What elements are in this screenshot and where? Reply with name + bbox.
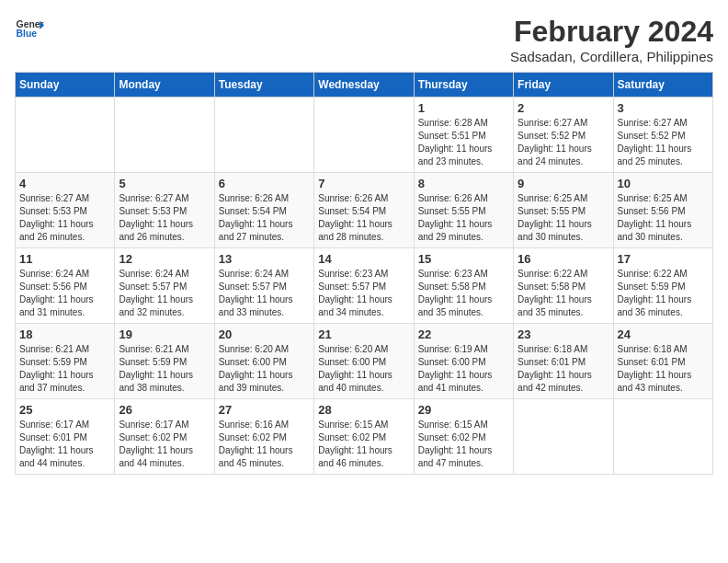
calendar-cell: 9Sunrise: 6:25 AMSunset: 5:55 PMDaylight…: [514, 173, 613, 248]
calendar-cell: 8Sunrise: 6:26 AMSunset: 5:55 PMDaylight…: [414, 173, 513, 248]
weekday-header-tuesday: Tuesday: [214, 73, 313, 98]
day-number: 11: [19, 252, 110, 266]
day-info: Sunrise: 6:27 AMSunset: 5:52 PMDaylight:…: [618, 117, 709, 168]
day-number: 24: [618, 327, 709, 341]
day-info: Sunrise: 6:17 AMSunset: 6:01 PMDaylight:…: [19, 419, 110, 470]
day-info: Sunrise: 6:16 AMSunset: 6:02 PMDaylight:…: [219, 419, 310, 470]
calendar-cell: 17Sunrise: 6:22 AMSunset: 5:59 PMDayligh…: [613, 248, 712, 324]
day-number: 21: [318, 327, 409, 341]
calendar-cell: 23Sunrise: 6:18 AMSunset: 6:01 PMDayligh…: [514, 324, 613, 399]
day-number: 4: [19, 177, 110, 190]
logo-icon: General Blue: [15, 15, 44, 44]
calendar-cell: 6Sunrise: 6:26 AMSunset: 5:54 PMDaylight…: [214, 173, 313, 248]
calendar-cell: 18Sunrise: 6:21 AMSunset: 5:59 PMDayligh…: [16, 324, 115, 399]
day-info: Sunrise: 6:26 AMSunset: 5:55 PMDaylight:…: [418, 192, 509, 244]
day-number: 14: [318, 252, 409, 266]
day-number: 15: [418, 252, 509, 266]
day-number: 5: [119, 177, 210, 190]
calendar-cell: 28Sunrise: 6:15 AMSunset: 6:02 PMDayligh…: [314, 399, 414, 475]
svg-text:Blue: Blue: [17, 29, 38, 39]
calendar-cell: 3Sunrise: 6:27 AMSunset: 5:52 PMDaylight…: [613, 98, 712, 173]
calendar-cell: 13Sunrise: 6:24 AMSunset: 5:57 PMDayligh…: [214, 248, 313, 324]
day-info: Sunrise: 6:22 AMSunset: 5:59 PMDaylight:…: [618, 268, 709, 319]
calendar-cell: 12Sunrise: 6:24 AMSunset: 5:57 PMDayligh…: [115, 248, 214, 324]
calendar-week-row: 25Sunrise: 6:17 AMSunset: 6:01 PMDayligh…: [16, 399, 713, 475]
day-number: 12: [119, 252, 210, 266]
day-info: Sunrise: 6:28 AMSunset: 5:51 PMDaylight:…: [418, 117, 509, 168]
calendar-cell: 27Sunrise: 6:16 AMSunset: 6:02 PMDayligh…: [214, 399, 313, 475]
calendar-week-row: 4Sunrise: 6:27 AMSunset: 5:53 PMDaylight…: [16, 173, 713, 248]
calendar-cell: [314, 98, 414, 173]
day-number: 10: [618, 177, 709, 190]
calendar-cell: 2Sunrise: 6:27 AMSunset: 5:52 PMDaylight…: [514, 98, 613, 173]
calendar-cell: 16Sunrise: 6:22 AMSunset: 5:58 PMDayligh…: [514, 248, 613, 324]
day-number: 3: [618, 101, 709, 115]
weekday-header-row: SundayMondayTuesdayWednesdayThursdayFrid…: [16, 73, 713, 98]
day-number: 29: [418, 403, 509, 417]
day-number: 1: [418, 101, 509, 115]
calendar-cell: 29Sunrise: 6:15 AMSunset: 6:02 PMDayligh…: [414, 399, 513, 475]
day-number: 17: [618, 252, 709, 266]
day-info: Sunrise: 6:27 AMSunset: 5:53 PMDaylight:…: [19, 192, 110, 244]
calendar-week-row: 1Sunrise: 6:28 AMSunset: 5:51 PMDaylight…: [16, 98, 713, 173]
calendar-cell: 26Sunrise: 6:17 AMSunset: 6:02 PMDayligh…: [115, 399, 214, 475]
day-info: Sunrise: 6:27 AMSunset: 5:52 PMDaylight:…: [518, 117, 609, 168]
calendar-cell: 20Sunrise: 6:20 AMSunset: 6:00 PMDayligh…: [214, 324, 313, 399]
day-info: Sunrise: 6:23 AMSunset: 5:58 PMDaylight:…: [418, 268, 509, 319]
calendar-cell: 25Sunrise: 6:17 AMSunset: 6:01 PMDayligh…: [16, 399, 115, 475]
day-number: 20: [219, 327, 310, 341]
day-number: 2: [518, 101, 609, 115]
calendar-cell: 21Sunrise: 6:20 AMSunset: 6:00 PMDayligh…: [314, 324, 414, 399]
weekday-header-thursday: Thursday: [414, 73, 513, 98]
calendar-cell: [214, 98, 313, 173]
weekday-header-sunday: Sunday: [16, 73, 115, 98]
calendar-week-row: 18Sunrise: 6:21 AMSunset: 5:59 PMDayligh…: [16, 324, 713, 399]
day-number: 16: [518, 252, 609, 266]
day-info: Sunrise: 6:26 AMSunset: 5:54 PMDaylight:…: [219, 192, 310, 244]
day-number: 25: [19, 403, 110, 417]
calendar-cell: [115, 98, 214, 173]
day-info: Sunrise: 6:19 AMSunset: 6:00 PMDaylight:…: [418, 343, 509, 395]
day-info: Sunrise: 6:18 AMSunset: 6:01 PMDaylight:…: [518, 343, 609, 395]
day-info: Sunrise: 6:17 AMSunset: 6:02 PMDaylight:…: [119, 419, 210, 470]
day-number: 22: [418, 327, 509, 341]
calendar-cell: 5Sunrise: 6:27 AMSunset: 5:53 PMDaylight…: [115, 173, 214, 248]
day-info: Sunrise: 6:25 AMSunset: 5:55 PMDaylight:…: [518, 192, 609, 244]
day-number: 9: [518, 177, 609, 190]
day-info: Sunrise: 6:21 AMSunset: 5:59 PMDaylight:…: [19, 343, 110, 395]
day-number: 18: [19, 327, 110, 341]
day-number: 6: [219, 177, 310, 190]
subtitle: Sadsadan, Cordillera, Philippines: [510, 49, 713, 64]
day-number: 7: [318, 177, 409, 190]
day-info: Sunrise: 6:15 AMSunset: 6:02 PMDaylight:…: [418, 419, 509, 470]
calendar-cell: 7Sunrise: 6:26 AMSunset: 5:54 PMDaylight…: [314, 173, 414, 248]
day-number: 19: [119, 327, 210, 341]
calendar-cell: [613, 399, 712, 475]
weekday-header-wednesday: Wednesday: [314, 73, 414, 98]
day-info: Sunrise: 6:27 AMSunset: 5:53 PMDaylight:…: [119, 192, 210, 244]
day-info: Sunrise: 6:22 AMSunset: 5:58 PMDaylight:…: [518, 268, 609, 319]
day-info: Sunrise: 6:26 AMSunset: 5:54 PMDaylight:…: [318, 192, 409, 244]
logo: General Blue: [15, 15, 44, 44]
calendar-cell: 24Sunrise: 6:18 AMSunset: 6:01 PMDayligh…: [613, 324, 712, 399]
day-number: 8: [418, 177, 509, 190]
calendar-cell: [514, 399, 613, 475]
day-number: 28: [318, 403, 409, 417]
calendar-cell: 19Sunrise: 6:21 AMSunset: 5:59 PMDayligh…: [115, 324, 214, 399]
day-info: Sunrise: 6:15 AMSunset: 6:02 PMDaylight:…: [318, 419, 409, 470]
day-number: 23: [518, 327, 609, 341]
calendar-table: SundayMondayTuesdayWednesdayThursdayFrid…: [15, 72, 713, 475]
day-info: Sunrise: 6:24 AMSunset: 5:57 PMDaylight:…: [219, 268, 310, 319]
calendar-week-row: 11Sunrise: 6:24 AMSunset: 5:56 PMDayligh…: [16, 248, 713, 324]
day-number: 13: [219, 252, 310, 266]
calendar-cell: 1Sunrise: 6:28 AMSunset: 5:51 PMDaylight…: [414, 98, 513, 173]
weekday-header-saturday: Saturday: [613, 73, 712, 98]
calendar-cell: 14Sunrise: 6:23 AMSunset: 5:57 PMDayligh…: [314, 248, 414, 324]
day-info: Sunrise: 6:21 AMSunset: 5:59 PMDaylight:…: [119, 343, 210, 395]
page-header: General Blue February 2024 Sadsadan, Cor…: [15, 15, 713, 64]
day-info: Sunrise: 6:25 AMSunset: 5:56 PMDaylight:…: [618, 192, 709, 244]
day-info: Sunrise: 6:24 AMSunset: 5:56 PMDaylight:…: [19, 268, 110, 319]
weekday-header-monday: Monday: [115, 73, 214, 98]
day-number: 26: [119, 403, 210, 417]
calendar-cell: 4Sunrise: 6:27 AMSunset: 5:53 PMDaylight…: [16, 173, 115, 248]
